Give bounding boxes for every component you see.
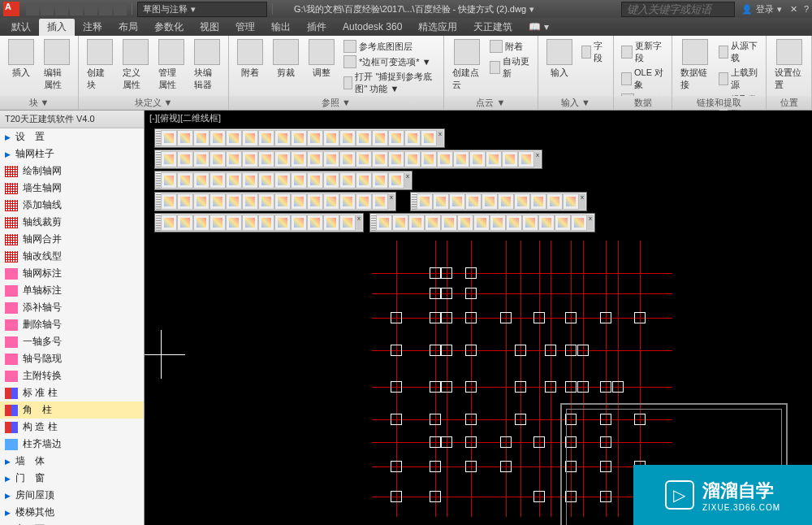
toolbar-button[interactable]	[486, 151, 502, 167]
toolbar-button[interactable]	[339, 172, 356, 189]
ribbon-button[interactable]: 插入	[5, 37, 37, 96]
panel-tool-item[interactable]: 柱齐墙边	[0, 436, 144, 453]
toolbar-button[interactable]	[258, 151, 274, 167]
toolbar-button[interactable]	[388, 130, 404, 146]
drawing-viewport[interactable]: [-][俯视][二维线框] xxxxxxx 墙体 ▷ 溜溜自学 ZIXUE.3D…	[145, 111, 812, 525]
panel-tool-item[interactable]: 轴网合并	[0, 231, 144, 248]
ribbon-button[interactable]: 管理属性	[155, 37, 188, 96]
toolbar-button[interactable]	[356, 193, 372, 210]
ribbon-button[interactable]: 设置位置	[771, 37, 806, 96]
toolbar-button[interactable]	[307, 215, 323, 231]
toolbar-button[interactable]	[242, 151, 258, 167]
toolbar-button[interactable]	[530, 193, 546, 210]
toolbar-button[interactable]	[563, 193, 579, 210]
toolbar-button[interactable]	[372, 151, 388, 167]
toolbar-close-icon[interactable]: x	[356, 215, 362, 231]
toolbar-button[interactable]	[323, 172, 339, 189]
toolbar-close-icon[interactable]: x	[388, 193, 395, 210]
panel-tool-item[interactable]: 轴线裁剪	[0, 214, 144, 231]
toolbar-button[interactable]	[291, 193, 307, 210]
ribbon-button[interactable]: 创建块	[84, 37, 116, 96]
toolbar-button[interactable]	[161, 130, 177, 146]
toolbar-button[interactable]	[226, 172, 242, 189]
tab-管理[interactable]: 管理	[227, 19, 263, 36]
toolbar-button[interactable]	[291, 151, 307, 167]
workspace-dropdown[interactable]: 草图与注释 ▾	[137, 2, 267, 17]
toolbar-button[interactable]	[388, 172, 404, 189]
toolbar-button[interactable]	[161, 172, 177, 189]
tab-插件[interactable]: 插件	[299, 19, 335, 36]
toolbar-button[interactable]	[388, 151, 404, 167]
panel-tool-item[interactable]: 添补轴号	[0, 299, 144, 316]
toolbar-button[interactable]	[404, 130, 421, 146]
ribbon-small-button[interactable]: 更新字段	[619, 39, 667, 65]
login-area[interactable]: 👤 登录 ▾ ✕ ?	[741, 3, 809, 15]
toolbar-button[interactable]	[323, 215, 339, 231]
panel-tool-item[interactable]: 构 造 柱	[0, 419, 144, 436]
qat-save-icon[interactable]	[55, 2, 68, 15]
floating-toolbar[interactable]: x	[154, 150, 542, 169]
panel-tool-item[interactable]: 轴网标注	[0, 265, 144, 282]
toolbar-button[interactable]	[339, 151, 356, 167]
ribbon-small-button[interactable]: 字段	[579, 39, 608, 65]
qat-new-icon[interactable]	[26, 2, 39, 15]
toolbar-close-icon[interactable]: x	[579, 193, 585, 210]
toolbar-button[interactable]	[274, 215, 291, 231]
panel-tool-item[interactable]: 单轴标注	[0, 282, 144, 299]
ribbon-button[interactable]: 输入	[543, 37, 576, 96]
toolbar-button[interactable]	[421, 130, 437, 146]
panel-category[interactable]: ▶楼梯其他	[0, 504, 144, 521]
toolbar-button[interactable]	[291, 215, 307, 231]
tab-Autodesk 360[interactable]: Autodesk 360	[335, 20, 410, 34]
toolbar-button[interactable]	[372, 193, 388, 210]
toolbar-button[interactable]	[193, 215, 209, 231]
tab-默认[interactable]: 默认	[3, 19, 39, 36]
search-input[interactable]	[621, 2, 735, 17]
panel-tool-item[interactable]: 添加轴线	[0, 197, 144, 214]
tab-参数化[interactable]: 参数化	[146, 19, 192, 36]
toolbar-button[interactable]	[376, 215, 392, 231]
toolbar-button[interactable]	[392, 215, 408, 231]
ribbon-button[interactable]: 附着	[234, 37, 266, 96]
ribbon-small-button[interactable]: 自动更新	[487, 54, 533, 80]
toolbar-button[interactable]	[506, 215, 522, 231]
toolbar-button[interactable]	[209, 130, 226, 146]
panel-tool-item[interactable]: 绘制轴网	[0, 163, 144, 180]
toolbar-button[interactable]	[498, 193, 514, 210]
viewport-label[interactable]: [-][俯视][二维线框]	[149, 112, 221, 124]
panel-tool-item[interactable]: 标 准 柱	[0, 384, 144, 401]
toolbar-button[interactable]	[339, 215, 356, 231]
toolbar-button[interactable]	[425, 215, 441, 231]
toolbar-button[interactable]	[242, 130, 258, 146]
exchange-icon[interactable]: ✕	[790, 4, 797, 15]
ribbon-button[interactable]: 创建点云	[449, 37, 484, 96]
toolbar-button[interactable]	[161, 193, 177, 210]
toolbar-button[interactable]	[323, 193, 339, 210]
toolbar-button[interactable]	[291, 130, 307, 146]
ribbon-small-button[interactable]: 参考底图图层	[341, 39, 438, 54]
toolbar-button[interactable]	[242, 172, 258, 189]
tab-精选应用[interactable]: 精选应用	[410, 19, 465, 36]
toolbar-button[interactable]	[571, 215, 587, 231]
toolbar-button[interactable]	[209, 172, 226, 189]
toolbar-button[interactable]	[209, 215, 226, 231]
toolbar-button[interactable]	[465, 193, 482, 210]
toolbar-button[interactable]	[161, 151, 177, 167]
toolbar-button[interactable]	[339, 193, 356, 210]
toolbar-close-icon[interactable]: x	[437, 130, 443, 146]
toolbar-button[interactable]	[177, 172, 193, 189]
floating-toolbar[interactable]: x	[154, 171, 412, 190]
panel-tool-item[interactable]: 删除轴号	[0, 316, 144, 333]
panel-category[interactable]: ▶房间屋顶	[0, 487, 144, 504]
toolbar-button[interactable]	[258, 172, 274, 189]
toolbar-button[interactable]	[453, 151, 469, 167]
toolbar-button[interactable]	[307, 172, 323, 189]
toolbar-button[interactable]	[193, 172, 209, 189]
toolbar-button[interactable]	[274, 193, 291, 210]
toolbar-button[interactable]	[177, 215, 193, 231]
ribbon-group-label[interactable]: 链接和提取	[672, 96, 766, 110]
toolbar-button[interactable]	[441, 215, 457, 231]
ribbon-small-button[interactable]: 上载到源	[716, 66, 762, 92]
toolbar-button[interactable]	[546, 193, 563, 210]
panel-category[interactable]: ▶立 面	[0, 521, 144, 525]
